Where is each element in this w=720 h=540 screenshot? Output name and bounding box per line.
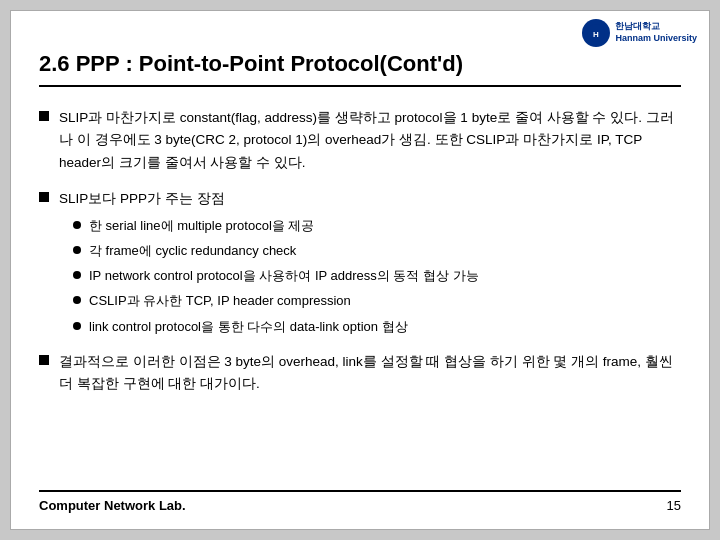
sub-bullet-text-5: link control protocol을 통한 다수의 data-link … [89, 317, 408, 337]
slide-title: 2.6 PPP : Point-to-Point Protocol(Cont'd… [39, 51, 681, 87]
bullet-circle-2 [73, 246, 81, 254]
bullet-text-2-intro: SLIP보다 PPP가 주는 장점 [59, 188, 479, 210]
sub-bullets: 한 serial line에 multiple protocol을 제공 각 f… [73, 216, 479, 337]
sub-bullet-text-1: 한 serial line에 multiple protocol을 제공 [89, 216, 314, 236]
bullet-2-content: SLIP보다 PPP가 주는 장점 한 serial line에 multipl… [59, 188, 479, 337]
sub-bullet-4: CSLIP과 유사한 TCP, IP header compression [73, 291, 479, 311]
bullet-circle-1 [73, 221, 81, 229]
bullet-text-1: SLIP과 마찬가지로 constant(flag, address)를 생략하… [59, 107, 681, 174]
bullet-circle-5 [73, 322, 81, 330]
bullet-circle-3 [73, 271, 81, 279]
bullet-item-1: SLIP과 마찬가지로 constant(flag, address)를 생략하… [39, 107, 681, 174]
footer-lab: Computer Network Lab. [39, 498, 186, 513]
content-area: SLIP과 마찬가지로 constant(flag, address)를 생략하… [39, 103, 681, 490]
bullet-square-2 [39, 192, 49, 202]
bullet-square-3 [39, 355, 49, 365]
sub-bullet-text-3: IP network control protocol을 사용하여 IP add… [89, 266, 479, 286]
logo-text: 한남대학교 Hannam University [615, 21, 697, 44]
sub-bullet-2: 각 frame에 cyclic redundancy check [73, 241, 479, 261]
bullet-circle-4 [73, 296, 81, 304]
logo-emblem: H [582, 19, 610, 47]
sub-bullet-text-4: CSLIP과 유사한 TCP, IP header compression [89, 291, 351, 311]
sub-bullet-5: link control protocol을 통한 다수의 data-link … [73, 317, 479, 337]
bullet-item-3: 결과적으로 이러한 이점은 3 byte의 overhead, link를 설정… [39, 351, 681, 396]
sub-bullet-text-2: 각 frame에 cyclic redundancy check [89, 241, 296, 261]
bullet-text-3: 결과적으로 이러한 이점은 3 byte의 overhead, link를 설정… [59, 351, 681, 396]
bullet-item-2: SLIP보다 PPP가 주는 장점 한 serial line에 multipl… [39, 188, 681, 337]
university-logo: H 한남대학교 Hannam University [582, 19, 697, 47]
footer: Computer Network Lab. 15 [39, 490, 681, 513]
sub-bullet-1: 한 serial line에 multiple protocol을 제공 [73, 216, 479, 236]
bullet-square-1 [39, 111, 49, 121]
footer-page: 15 [667, 498, 681, 513]
slide: H 한남대학교 Hannam University 2.6 PPP : Poin… [10, 10, 710, 530]
sub-bullet-3: IP network control protocol을 사용하여 IP add… [73, 266, 479, 286]
svg-text:H: H [594, 30, 600, 39]
